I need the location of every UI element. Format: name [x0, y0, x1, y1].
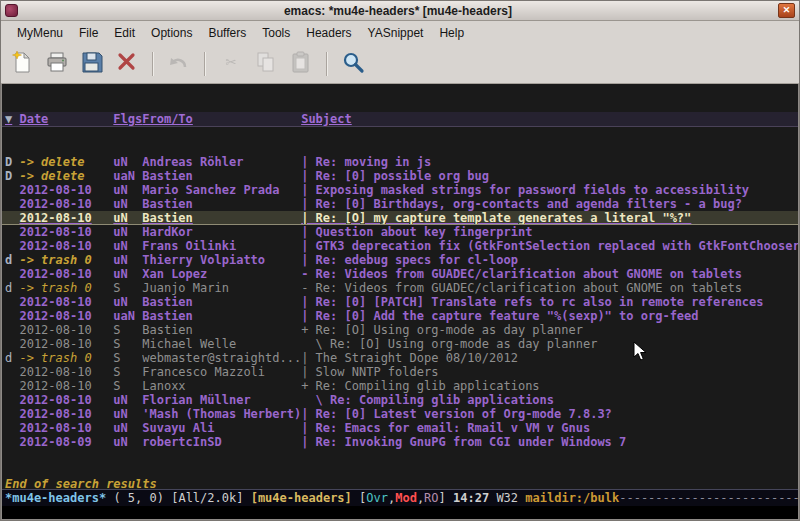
echo-area[interactable] — [2, 506, 798, 519]
menu-edit[interactable]: Edit — [106, 24, 143, 42]
message-list: D-> deleteuNAndreas Röhler| Re: moving i… — [2, 155, 798, 449]
message-from: Bastien — [142, 295, 301, 309]
message-from: Florian Müllner — [142, 393, 301, 407]
message-mark: D — [5, 169, 19, 183]
modeline-segment: W32 — [496, 491, 525, 505]
message-mark — [5, 211, 19, 224]
message-from: Michael Welle — [142, 337, 301, 351]
modeline[interactable]: *mu4e-headers* ( 5, 0) [All/2.0k] [mu4e-… — [2, 489, 798, 506]
message-row[interactable]: D-> deleteuNAndreas Röhler| Re: moving i… — [2, 155, 798, 169]
print-button[interactable] — [42, 49, 72, 79]
message-from: 'Mash (Thomas Herbert) — [142, 407, 301, 421]
message-from: HardKor — [142, 225, 301, 239]
save-icon — [80, 50, 104, 78]
modeline-segment: [ — [359, 491, 366, 505]
window-close-button[interactable]: ✕ — [778, 3, 795, 18]
search-button[interactable] — [338, 49, 368, 79]
toolbar-separator — [152, 52, 154, 76]
column-header-subject[interactable]: Subject — [301, 112, 798, 126]
modeline-segment: RO — [424, 491, 438, 505]
new-file-button[interactable] — [7, 49, 37, 79]
sort-indicator[interactable]: ▼ — [5, 112, 19, 126]
message-date: -> trash 0 — [19, 351, 113, 365]
message-row[interactable]: 2012-08-10SBastien+ Re: [O] Using org-mo… — [2, 323, 798, 337]
message-date: 2012-08-10 — [19, 211, 113, 224]
message-row[interactable]: 2012-08-10uNMario Sanchez Prada| Exposin… — [2, 183, 798, 197]
column-header-from[interactable]: From/To — [142, 112, 301, 126]
message-flags: uN — [113, 393, 142, 407]
message-row[interactable]: 2012-08-10uN'Mash (Thomas Herbert)| Re: … — [2, 407, 798, 421]
message-subject: | Re: [0] [PATCH] Translate refs to rc a… — [301, 295, 798, 309]
message-date: -> trash 0 — [19, 281, 113, 295]
message-row[interactable]: 2012-08-10uNSuvayu Ali| Re: Emacs for em… — [2, 421, 798, 435]
message-date: 2012-08-10 — [19, 267, 113, 281]
message-subject: | Question about key fingerprint — [301, 225, 798, 239]
message-date: -> delete — [19, 155, 113, 169]
message-from: Bastien — [142, 211, 301, 224]
message-row[interactable]: 2012-08-09uNrobertcInSD| Re: Invoking Gn… — [2, 435, 798, 449]
message-row[interactable]: 2012-08-10uNBastien| Re: [0] Birthdays, … — [2, 197, 798, 211]
message-row[interactable]: d-> trash 0SJuanjo Marin- Re: Videos fro… — [2, 281, 798, 295]
menu-tools[interactable]: Tools — [254, 24, 298, 42]
message-subject: - Re: Videos from GUADEC/clarification a… — [301, 281, 798, 295]
message-row[interactable]: 2012-08-10uNBastien| Re: [O] my capture … — [2, 211, 798, 225]
message-date: 2012-08-10 — [19, 239, 113, 253]
message-subject: \ Re: Compiling glib applications — [301, 393, 798, 407]
message-flags: uN — [113, 155, 142, 169]
message-row[interactable]: 2012-08-10SFrancesco Mazzoli| Slow NNTP … — [2, 365, 798, 379]
message-subject: | Re: [0] Latest version of Org-mode 7.8… — [301, 407, 798, 421]
menu-yasnippet[interactable]: YASnippet — [360, 24, 432, 42]
message-mark: d — [5, 281, 19, 295]
message-row[interactable]: 2012-08-10uNBastien| Re: [0] [PATCH] Tra… — [2, 295, 798, 309]
menu-buffers[interactable]: Buffers — [200, 24, 254, 42]
message-date: -> delete — [19, 169, 113, 183]
message-row[interactable]: 2012-08-10uNHardKor| Question about key … — [2, 225, 798, 239]
message-flags: uN — [113, 421, 142, 435]
message-row[interactable]: 2012-08-10SMichael Welle \ Re: [O] Using… — [2, 337, 798, 351]
message-subject: | Re: moving in js — [301, 155, 798, 169]
message-date: 2012-08-10 — [19, 309, 113, 323]
message-subject: | Slow NNTP folders — [301, 365, 798, 379]
message-flags: uN — [113, 435, 142, 449]
message-mark — [5, 239, 19, 253]
menu-headers[interactable]: Headers — [298, 24, 359, 42]
message-mark — [5, 267, 19, 281]
message-from: Bastien — [142, 197, 301, 211]
message-mark — [5, 309, 19, 323]
message-row[interactable]: 2012-08-10uNXan Lopez- Re: Videos from G… — [2, 267, 798, 281]
message-row[interactable]: d-> trash 0uNThierry Volpiatto| Re: edeb… — [2, 253, 798, 267]
message-flags: uN — [113, 267, 142, 281]
message-from: Suvayu Ali — [142, 421, 301, 435]
message-from: Frans Oilinki — [142, 239, 301, 253]
save-button[interactable] — [77, 49, 107, 79]
message-mark: D — [5, 155, 19, 169]
menu-mymenu[interactable]: MyMenu — [9, 24, 71, 42]
column-header-flags[interactable]: Flgs — [113, 112, 142, 126]
titlebar[interactable]: emacs: *mu4e-headers* [mu4e-headers] ✕ — [1, 1, 799, 21]
message-row[interactable]: 2012-08-10uNFlorian Müllner \ Re: Compil… — [2, 393, 798, 407]
message-row[interactable]: 2012-08-10uNFrans Oilinki| GTK3 deprecat… — [2, 239, 798, 253]
message-subject: | Re: [O] my capture template generates … — [301, 211, 798, 224]
menu-options[interactable]: Options — [143, 24, 200, 42]
copy-button — [251, 49, 281, 79]
message-flags: uN — [113, 183, 142, 197]
menu-help[interactable]: Help — [431, 24, 472, 42]
message-from: Bastien — [142, 323, 301, 337]
message-row[interactable]: 2012-08-10SLanoxx+ Re: Compiling glib ap… — [2, 379, 798, 393]
message-date: 2012-08-10 — [19, 295, 113, 309]
message-from: Xan Lopez — [142, 267, 301, 281]
column-header-date[interactable]: Date — [19, 112, 113, 126]
message-flags: uaN — [113, 309, 142, 323]
menu-file[interactable]: File — [71, 24, 106, 42]
message-from: Lanoxx — [142, 379, 301, 393]
emacs-frame: ▼ Date Flgs From/To Subject D-> deleteuN… — [1, 84, 799, 520]
message-row[interactable]: d-> trash 0Swebmaster@straightd...| The … — [2, 351, 798, 365]
message-subject: | Re: Invoking GnuPG from CGI under Wind… — [301, 435, 798, 449]
message-row[interactable]: D-> deleteuaNBastien| Re: [0] possible o… — [2, 169, 798, 183]
toolbar-separator — [326, 52, 328, 76]
message-row[interactable]: 2012-08-10uaNBastien| Re: [0] Add the ca… — [2, 309, 798, 323]
close-buffer-button[interactable] — [112, 49, 142, 79]
print-icon — [45, 50, 69, 78]
message-from: Thierry Volpiatto — [142, 253, 301, 267]
message-subject: + Re: [O] Using org-mode as day planner — [301, 323, 798, 337]
